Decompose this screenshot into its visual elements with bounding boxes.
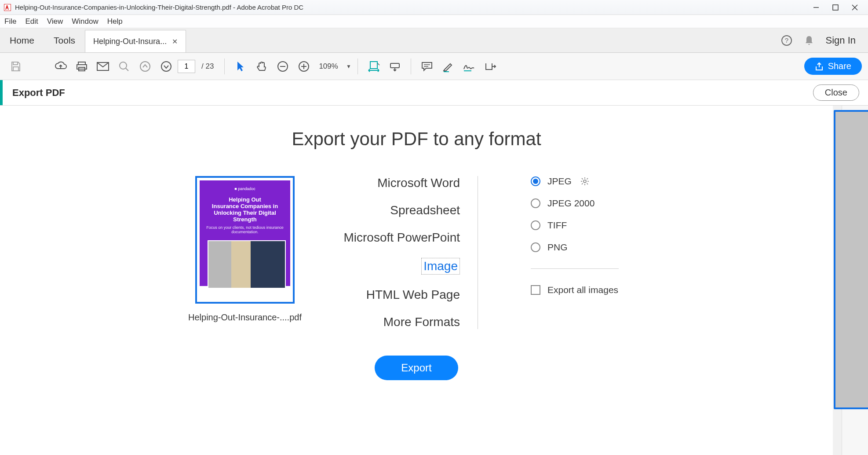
category-word[interactable]: Microsoft Word [337,176,460,190]
share-icon [815,62,824,71]
menu-edit[interactable]: Edit [25,17,38,26]
checkbox-icon [531,285,540,295]
search-icon[interactable] [114,57,134,76]
export-heading: Export your PDF to any format [0,106,833,150]
option-jpeg2000[interactable]: JPEG 2000 [531,198,645,209]
svg-point-26 [584,180,586,183]
tab-document-label: Helping-Out-Insura... [93,37,167,46]
share-button[interactable]: Share [804,58,862,75]
svg-rect-21 [390,63,399,68]
thumbnail-filename: Helping-Out-Insurance-....pdf [188,312,302,323]
tool-header: Export PDF Close [0,80,868,106]
sign-icon[interactable] [460,57,479,76]
option-label: TIFF [547,220,567,231]
page-down-icon[interactable] [157,57,176,76]
hand-icon[interactable] [252,57,271,76]
tab-close-icon[interactable]: ✕ [172,37,178,46]
export-panel: Export your PDF to any format ■ pandadoc… [0,106,833,455]
svg-point-11 [120,62,127,69]
category-image[interactable]: Image [421,258,460,275]
highlight-icon[interactable] [438,57,458,76]
help-icon[interactable]: ? [781,35,792,46]
share-label: Share [828,61,851,71]
svg-line-12 [126,68,128,71]
gear-icon[interactable] [580,177,589,186]
comment-icon[interactable] [417,57,437,76]
category-more[interactable]: More Formats [337,315,460,329]
menu-help[interactable]: Help [107,17,123,26]
tab-document[interactable]: Helping-Out-Insura... ✕ [85,30,186,52]
category-powerpoint[interactable]: Microsoft PowerPoint [337,231,460,245]
stamp-icon[interactable] [481,57,500,76]
zoom-in-icon[interactable] [294,57,314,76]
zoom-out-icon[interactable] [273,57,292,76]
svg-line-33 [587,178,588,180]
window-title: Helping-Out-Insurance-Companies-in-Unloc… [15,4,806,11]
tab-home[interactable]: Home [0,28,44,52]
divider [531,268,619,269]
svg-point-14 [161,62,171,71]
close-tool-button[interactable]: Close [813,84,859,101]
fit-width-icon[interactable] [364,57,383,76]
svg-rect-20 [370,62,377,69]
page-up-icon[interactable] [135,57,155,76]
cloud-upload-icon[interactable] [51,57,70,76]
radio-icon [531,220,540,230]
page-total: / 23 [201,62,214,71]
tool-title: Export PDF [12,87,65,99]
email-icon[interactable] [93,57,113,76]
thumbnail-preview: ■ pandadoc Helping Out Insurance Compani… [200,180,290,286]
print-icon[interactable] [72,57,91,76]
menu-file[interactable]: File [4,17,16,26]
option-jpeg[interactable]: JPEG [531,176,645,187]
radio-icon [531,242,540,252]
option-label: JPEG 2000 [547,198,594,209]
option-tiff[interactable]: TIFF [531,220,645,231]
category-html[interactable]: HTML Web Page [337,288,460,302]
checkbox-label: Export all images [547,285,618,295]
svg-line-32 [587,183,588,185]
page-number-input[interactable] [178,60,195,73]
menu-window[interactable]: Window [72,17,98,26]
minimize-button[interactable] [806,1,826,14]
close-window-button[interactable] [845,1,864,14]
menu-view[interactable]: View [47,17,63,26]
bell-icon[interactable] [804,35,814,46]
svg-line-34 [582,183,583,185]
sign-in-link[interactable]: Sign In [826,35,856,46]
tab-tools[interactable]: Tools [44,28,85,52]
zoom-dropdown-icon[interactable]: ▼ [346,63,351,70]
svg-rect-2 [833,5,838,10]
svg-line-31 [582,178,583,180]
save-icon[interactable] [6,57,26,76]
scrollbar[interactable] [833,106,842,455]
svg-text:?: ? [784,37,788,44]
menu-bar: File Edit View Window Help [0,15,868,28]
arrow-cursor-icon[interactable] [231,57,250,76]
export-button[interactable]: Export [375,356,458,380]
option-png[interactable]: PNG [531,242,645,253]
scrollbar-thumb[interactable] [834,110,868,409]
category-spreadsheet[interactable]: Spreadsheet [337,203,460,217]
format-categories: Microsoft Word Spreadsheet Microsoft Pow… [337,176,478,329]
tab-row: Home Tools Helping-Out-Insura... ✕ ? Sig… [0,28,868,53]
zoom-value: 109% [319,62,338,71]
pdf-thumbnail[interactable]: ■ pandadoc Helping Out Insurance Compani… [195,176,295,304]
scroll-mode-icon[interactable] [385,57,405,76]
app-icon [4,4,11,11]
toolbar: / 23 109% ▼ Share [0,53,868,80]
option-label: PNG [547,242,568,253]
option-label: JPEG [547,176,572,187]
export-all-images-checkbox[interactable]: Export all images [531,285,645,295]
svg-point-13 [140,62,150,71]
title-bar: Helping-Out-Insurance-Companies-in-Unloc… [0,0,868,15]
radio-icon [531,198,540,208]
format-options: JPEG JPEG 2000 TIFF PNG [513,176,645,329]
maximize-button[interactable] [826,1,845,14]
radio-icon [531,176,540,186]
